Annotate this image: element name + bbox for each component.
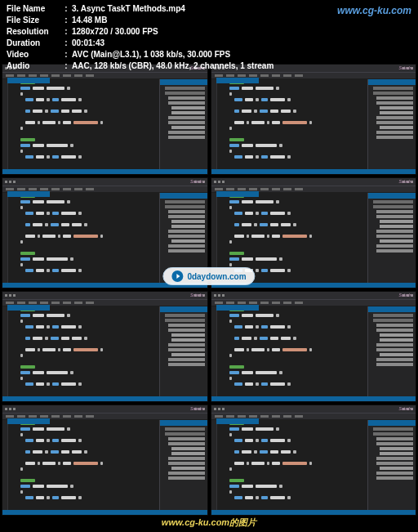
solution-explorer-panel	[159, 306, 207, 396]
window-titlebar	[211, 178, 416, 186]
tree-item	[168, 249, 205, 253]
media-info-block: File Name : 3. Async TaskT Methods.mp4 F…	[7, 3, 273, 72]
tree-item	[171, 106, 205, 110]
tree-item	[168, 230, 205, 233]
watermark-bottom: www.cg-ku.com的图片	[0, 516, 418, 529]
tree-item	[376, 96, 413, 100]
tree-item	[380, 225, 413, 228]
solution-explorer-title	[160, 193, 207, 199]
tree-item	[168, 101, 205, 105]
tree-item	[376, 462, 413, 465]
tree-item	[380, 111, 413, 114]
tree-item	[376, 230, 413, 233]
tree-item	[380, 126, 413, 129]
separator: :	[60, 38, 72, 49]
tree-item	[171, 467, 205, 470]
solution-explorer-panel	[367, 193, 416, 283]
separator: :	[60, 60, 72, 72]
tree-item	[376, 101, 413, 105]
solution-explorer-panel	[159, 420, 207, 510]
tree-item	[165, 87, 205, 90]
play-icon	[171, 270, 183, 282]
ide-brand-label: Satadru	[398, 406, 413, 411]
tree-item	[165, 314, 205, 317]
center-watermark-badge: 0daydown.com	[162, 267, 255, 285]
editor-gutter	[2, 193, 8, 283]
tree-item	[165, 200, 205, 203]
solution-explorer-panel	[367, 306, 416, 396]
tree-item	[168, 343, 205, 346]
ide-thumbnail: Satadru	[2, 291, 208, 402]
code-editor	[8, 420, 159, 510]
tree-item	[171, 338, 205, 342]
window-titlebar	[2, 292, 207, 300]
tree-item	[376, 476, 413, 480]
editor-tab	[216, 305, 259, 311]
code-editor	[8, 79, 159, 169]
solution-explorer-title	[368, 193, 416, 199]
tree-item	[376, 324, 413, 327]
tree-item	[168, 363, 205, 366]
file-name-label: File Name	[7, 3, 60, 15]
editor-tab	[7, 78, 50, 83]
tree-item	[171, 333, 205, 337]
tree-item	[376, 215, 413, 218]
tree-item	[171, 353, 205, 356]
tree-item	[373, 314, 413, 317]
ide-thumbnail: Satadru	[211, 291, 417, 402]
tree-item	[376, 363, 413, 366]
editor-gutter	[2, 420, 8, 510]
tree-item	[376, 235, 413, 238]
tree-item	[171, 126, 205, 129]
solution-explorer-panel	[159, 79, 207, 169]
tree-item	[376, 457, 413, 460]
tree-item	[373, 200, 413, 203]
ide-brand-label: Satadru	[190, 406, 205, 411]
tree-item	[376, 136, 413, 139]
tree-item	[376, 348, 413, 351]
tree-item	[380, 447, 413, 450]
status-bar	[2, 169, 207, 174]
code-editor	[217, 420, 368, 510]
editor-tab	[7, 418, 50, 424]
tree-item	[376, 244, 413, 248]
tree-item	[380, 106, 413, 110]
tree-item	[380, 333, 413, 337]
solution-explorer-panel	[367, 79, 416, 169]
solution-explorer-title	[160, 79, 207, 85]
tree-item	[376, 131, 413, 134]
code-editor	[8, 193, 159, 283]
tree-item	[168, 457, 205, 460]
tree-item	[376, 358, 413, 361]
ide-brand-label: Satadru	[398, 179, 413, 184]
tree-item	[168, 462, 205, 465]
file-size-value: 14.48 MB	[72, 15, 107, 26]
tree-item	[168, 437, 205, 440]
tree-item	[380, 452, 413, 455]
tree-item	[168, 244, 205, 248]
duration-label: Duration	[7, 38, 60, 49]
status-bar	[211, 169, 416, 174]
editor-tab	[216, 191, 259, 197]
video-label: Video	[7, 49, 60, 60]
tree-item	[373, 319, 413, 322]
tree-item	[380, 220, 413, 223]
tree-item	[380, 467, 413, 470]
status-bar	[211, 510, 416, 515]
file-size-label: File Size	[7, 15, 60, 26]
tree-item	[376, 472, 413, 475]
code-editor	[217, 79, 368, 169]
editor-gutter	[211, 420, 217, 510]
ide-thumbnail: Satadru	[2, 405, 208, 516]
editor-gutter	[2, 306, 8, 396]
editor-tab	[7, 305, 50, 311]
solution-explorer-title	[160, 420, 207, 426]
ide-brand-label: Satadru	[398, 65, 413, 70]
status-bar	[2, 510, 207, 515]
tree-item	[171, 452, 205, 455]
tree-item	[165, 427, 205, 431]
window-titlebar	[211, 405, 416, 414]
status-bar	[2, 396, 207, 401]
editor-tab	[216, 78, 259, 83]
center-watermark-text: 0daydown.com	[187, 272, 246, 281]
